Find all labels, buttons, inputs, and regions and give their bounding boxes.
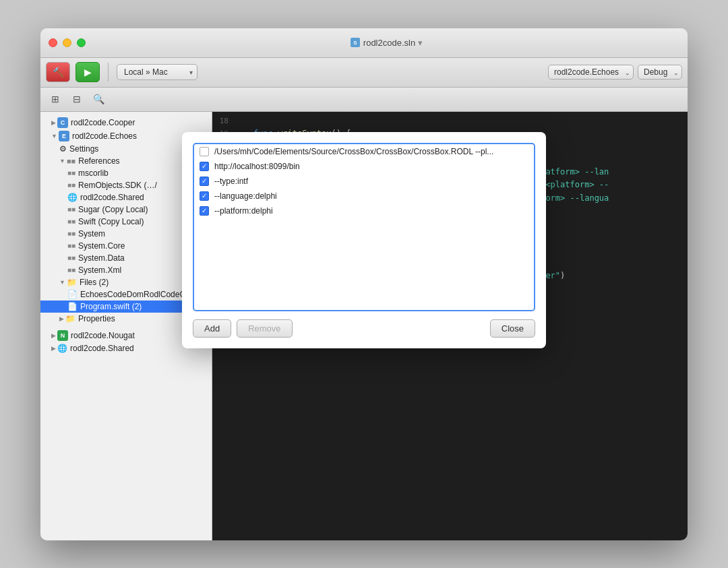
minimize-button[interactable] bbox=[63, 38, 71, 47]
toolbar: 🔨 ▶ Local » Mac rodl2code.Echoes Debug bbox=[40, 58, 688, 88]
edit-arguments-dialog: /Users/mh/Code/Elements/Source/CrossBox/… bbox=[182, 132, 546, 348]
build-button[interactable]: 🔨 bbox=[46, 62, 70, 82]
scheme-selector: rodl2code.Echoes Debug bbox=[548, 65, 682, 80]
main-content: ▶ C rodl2code.Cooper ▼ E rodl2code.Echoe… bbox=[40, 112, 688, 540]
checkbox-5[interactable] bbox=[200, 206, 209, 216]
maximize-button[interactable] bbox=[77, 38, 86, 47]
search-icon[interactable]: 🔍 bbox=[89, 90, 108, 108]
argument-item-4[interactable]: --language:delphi bbox=[194, 189, 534, 203]
add-button[interactable]: Add bbox=[193, 319, 231, 338]
scheme-select[interactable]: rodl2code.Echoes bbox=[548, 65, 634, 80]
titlebar: S rodl2code.sln ▾ bbox=[40, 28, 688, 58]
checkbox-2[interactable] bbox=[200, 162, 209, 171]
argument-item-5[interactable]: --platform:delphi bbox=[194, 203, 534, 218]
config-select[interactable]: Debug bbox=[638, 65, 682, 80]
remove-button[interactable]: Remove bbox=[237, 319, 292, 338]
view-icon-2[interactable]: ⊟ bbox=[67, 90, 86, 108]
checkbox-4[interactable] bbox=[200, 191, 209, 201]
argument-item-3[interactable]: --type:intf bbox=[194, 174, 534, 189]
checkbox-3[interactable] bbox=[200, 177, 209, 186]
view-icon-1[interactable]: ⊞ bbox=[46, 90, 65, 108]
close-button-dialog[interactable]: Close bbox=[490, 319, 535, 338]
argument-item-2[interactable]: http://localhost:8099/bin bbox=[194, 159, 534, 174]
window-title: S rodl2code.sln ▾ bbox=[94, 38, 679, 48]
toolbar-divider bbox=[108, 63, 109, 82]
dialog-overlay: /Users/mh/Code/Elements/Source/CrossBox/… bbox=[40, 112, 688, 540]
main-window: S rodl2code.sln ▾ 🔨 ▶ Local » Mac rodl2c… bbox=[40, 28, 688, 540]
svg-text:S: S bbox=[353, 40, 357, 46]
location-selector[interactable]: Local » Mac bbox=[117, 64, 198, 80]
argument-item-1[interactable]: /Users/mh/Code/Elements/Source/CrossBox/… bbox=[194, 144, 534, 159]
run-button[interactable]: ▶ bbox=[75, 62, 100, 82]
dialog-button-row: Add Remove Close bbox=[193, 319, 535, 338]
arguments-list[interactable]: /Users/mh/Code/Elements/Source/CrossBox/… bbox=[193, 143, 535, 311]
secondary-toolbar: ⊞ ⊟ 🔍 bbox=[40, 88, 688, 112]
traffic-lights bbox=[49, 38, 86, 47]
close-button[interactable] bbox=[49, 38, 57, 47]
checkbox-1[interactable] bbox=[200, 147, 209, 156]
